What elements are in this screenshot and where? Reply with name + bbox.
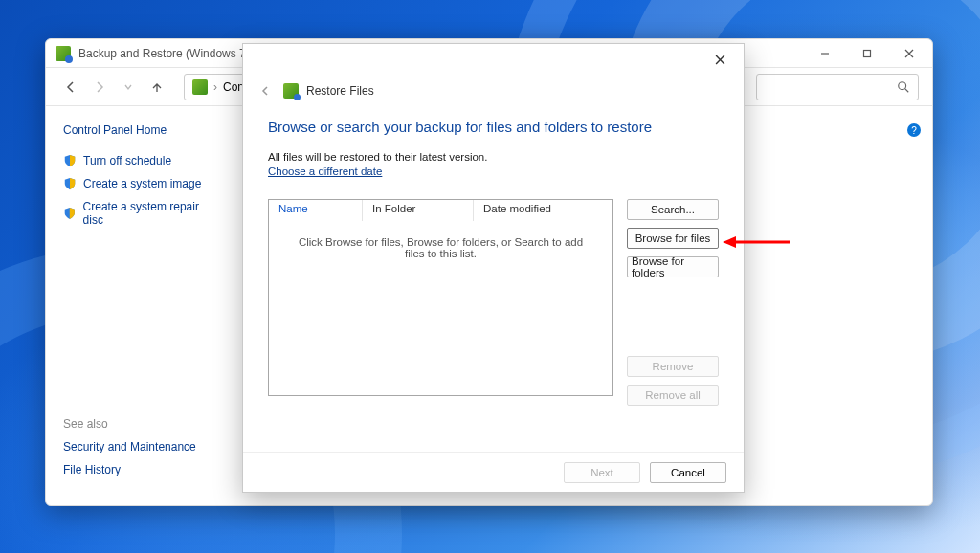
dialog-heading: Restore Files — [306, 84, 374, 98]
svg-point-4 — [899, 81, 906, 89]
nav-up-button[interactable] — [145, 76, 168, 99]
see-also-file-history[interactable]: File History — [63, 463, 196, 476]
shield-icon — [63, 154, 77, 167]
next-button: Next — [564, 462, 640, 483]
choose-different-date-link[interactable]: Choose a different date — [268, 166, 382, 177]
remove-all-button: Remove all — [627, 385, 719, 406]
restore-files-icon — [283, 83, 299, 99]
search-icon — [897, 80, 910, 94]
control-panel-home-link[interactable]: Control Panel Home — [63, 123, 218, 137]
sidebar-item-create-system-image[interactable]: Create a system image — [63, 177, 218, 190]
dialog-footer: Next Cancel — [243, 452, 744, 492]
svg-line-5 — [905, 88, 909, 92]
cancel-button[interactable]: Cancel — [650, 462, 726, 483]
list-empty-text: Click Browse for files, Browse for folde… — [269, 221, 612, 395]
nav-back-button[interactable] — [59, 76, 82, 99]
sidebar-item-label: Turn off schedule — [83, 154, 171, 167]
dialog-title: Browse or search your backup for files a… — [268, 119, 719, 135]
svg-rect-1 — [864, 50, 871, 56]
list-header: Name In Folder Date modified — [269, 200, 612, 221]
shield-icon — [63, 207, 77, 220]
browse-for-folders-button[interactable]: Browse for folders — [627, 256, 719, 277]
nav-forward-button[interactable] — [88, 76, 111, 99]
nav-recent-dropdown[interactable] — [117, 76, 140, 99]
column-date-modified[interactable]: Date modified — [474, 200, 612, 221]
sidebar-item-create-repair-disc[interactable]: Create a system repair disc — [63, 200, 218, 227]
search-button[interactable]: Search... — [627, 199, 719, 220]
sidebar-item-label: Create a system repair disc — [83, 200, 218, 227]
dialog-titlebar — [243, 44, 744, 75]
dialog-close-button[interactable] — [702, 48, 738, 71]
dialog-back-button[interactable] — [255, 80, 276, 101]
see-also-security[interactable]: Security and Maintenance — [63, 440, 196, 453]
backup-restore-icon — [56, 46, 71, 61]
see-also-heading: See also — [63, 417, 196, 431]
maximize-button[interactable] — [846, 40, 888, 67]
minimize-button[interactable] — [804, 40, 846, 67]
dialog-subline: All files will be restored to their late… — [268, 151, 487, 163]
chevron-right-icon: › — [213, 80, 217, 94]
breadcrumb-icon — [192, 79, 208, 95]
browse-for-files-button[interactable]: Browse for files — [627, 228, 719, 249]
search-input[interactable] — [756, 74, 919, 100]
sidebar-item-label: Create a system image — [83, 177, 201, 190]
column-name[interactable]: Name — [269, 200, 363, 221]
remove-button: Remove — [627, 356, 719, 377]
column-in-folder[interactable]: In Folder — [363, 200, 474, 221]
restore-list[interactable]: Name In Folder Date modified Click Brows… — [268, 199, 613, 396]
cp-sidebar: Control Panel Home Turn off schedule Cre… — [46, 106, 226, 505]
cp-window-title: Backup and Restore (Windows 7) — [78, 47, 250, 60]
close-button[interactable] — [888, 40, 930, 67]
annotation-arrow-icon — [723, 235, 791, 249]
shield-icon — [63, 177, 77, 190]
svg-marker-9 — [723, 236, 736, 248]
sidebar-item-turn-off-schedule[interactable]: Turn off schedule — [63, 154, 218, 167]
restore-files-dialog: Restore Files Browse or search your back… — [242, 43, 745, 493]
